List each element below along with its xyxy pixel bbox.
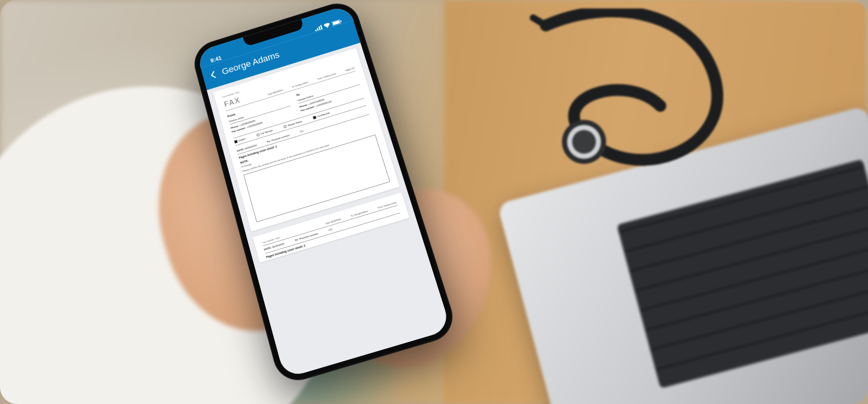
- chk-for-review: For Review: [256, 129, 273, 137]
- stethoscope-prop: [520, 8, 741, 186]
- chk-confidential: Confidential: [313, 111, 330, 119]
- wifi-icon: [323, 22, 331, 29]
- svg-point-2: [572, 130, 596, 154]
- svg-rect-4: [315, 30, 317, 31]
- svg-rect-7: [320, 25, 323, 30]
- phone-device: 9:41 George Adams: [229, 4, 407, 364]
- chk-please-reply: Please Reply: [284, 120, 303, 128]
- svg-rect-10: [340, 20, 342, 22]
- chevron-left-icon: [208, 69, 220, 81]
- scene-photo: 9:41 George Adams: [0, 0, 868, 404]
- back-button[interactable]: [208, 69, 220, 81]
- chk-urgent: Urgent: [234, 137, 246, 144]
- svg-rect-5: [317, 28, 319, 31]
- svg-rect-6: [318, 26, 320, 30]
